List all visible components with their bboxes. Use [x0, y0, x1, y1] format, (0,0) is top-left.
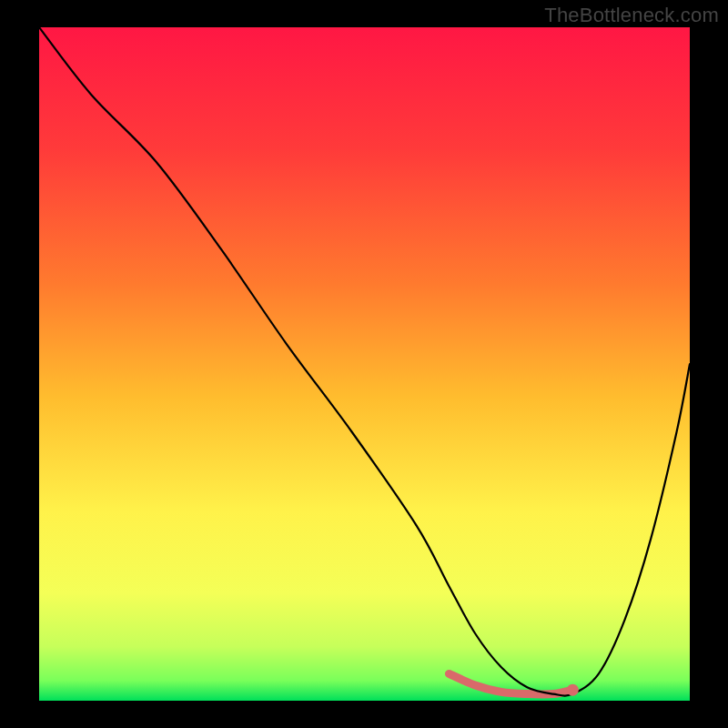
chart-plot	[39, 27, 690, 701]
chart-frame: TheBottleneck.com	[0, 0, 728, 728]
svg-point-0	[567, 684, 579, 696]
chart-svg	[39, 27, 690, 701]
watermark-text: TheBottleneck.com	[544, 4, 719, 27]
highlight-dot	[567, 684, 579, 696]
gradient-background	[39, 27, 690, 701]
